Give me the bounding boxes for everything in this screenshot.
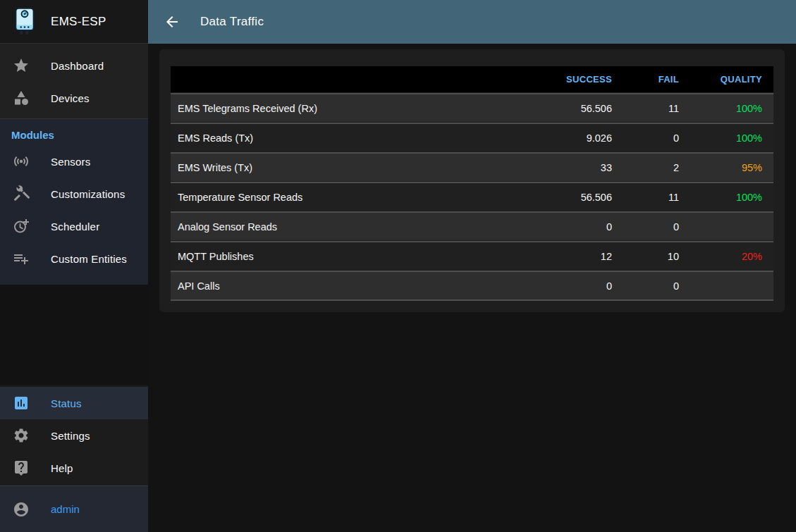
ems-esp-app: EMS-ESP Dashboard Devices Modules — [0, 0, 796, 532]
page-title: Data Traffic — [200, 15, 264, 29]
quality-value: 95% — [690, 162, 773, 173]
user-menu-admin[interactable]: admin — [0, 486, 148, 532]
fail-value: 10 — [623, 251, 690, 262]
success-value: 56.506 — [556, 192, 623, 203]
content-area: SUCCESS FAIL QUALITY EMS Telegrams Recei… — [148, 44, 796, 532]
app-logo-bar: EMS-ESP — [0, 0, 148, 44]
table-header-row: SUCCESS FAIL QUALITY — [171, 66, 773, 92]
table-row-temperature-sensor-reads: Temperature Sensor Reads 56.506 11 100% — [171, 183, 773, 211]
sidebar-item-label: Settings — [51, 430, 90, 442]
column-header-success: SUCCESS — [556, 74, 623, 85]
modules-section-header: Modules — [11, 129, 137, 141]
sidebar-main-nav: Dashboard Devices — [0, 44, 148, 118]
fail-value: 11 — [623, 192, 690, 203]
fail-value: 0 — [623, 132, 690, 144]
sidebar-spacer — [0, 285, 148, 385]
row-label: Analog Sensor Reads — [171, 221, 556, 233]
table-row-ems-reads: EMS Reads (Tx) 9.026 0 100% — [171, 124, 773, 151]
playlist-add-icon — [13, 250, 30, 267]
fail-value: 11 — [623, 103, 690, 114]
sidebar-item-status[interactable]: Status — [0, 387, 148, 419]
sidebar-item-scheduler[interactable]: Scheduler — [0, 210, 148, 242]
sidebar-modules-nav: Modules Sensors Customizations — [0, 118, 148, 285]
gear-icon — [13, 427, 30, 444]
sidebar-item-label: Custom Entities — [51, 253, 127, 265]
sensors-icon — [13, 153, 30, 170]
row-label: EMS Reads (Tx) — [171, 132, 556, 144]
success-value: 12 — [556, 251, 623, 262]
sidebar-item-label: Customizations — [51, 188, 125, 200]
sidebar-item-dashboard[interactable]: Dashboard — [0, 49, 148, 82]
sidebar-item-label: Status — [51, 397, 82, 409]
sidebar-item-label: Devices — [51, 92, 90, 104]
quality-value: 100% — [690, 192, 773, 203]
table-row-ems-writes: EMS Writes (Tx) 33 2 95% — [171, 154, 773, 181]
sidebar-user-section: admin — [0, 485, 148, 532]
success-value: 0 — [556, 280, 623, 292]
quality-value: 100% — [690, 132, 773, 144]
sidebar: EMS-ESP Dashboard Devices Modules — [0, 0, 148, 532]
sidebar-item-label: Scheduler — [51, 221, 99, 233]
fail-value: 0 — [623, 280, 690, 292]
user-label: admin — [51, 503, 80, 515]
fail-value: 0 — [623, 221, 690, 233]
sidebar-item-label: Sensors — [51, 156, 90, 168]
main-area: Data Traffic SUCCESS FAIL QUALITY EMS Te… — [148, 0, 796, 532]
row-label: EMS Telegrams Received (Rx) — [171, 103, 556, 114]
success-value: 33 — [556, 162, 623, 173]
table-row-ems-telegrams-received: EMS Telegrams Received (Rx) 56.506 11 10… — [171, 94, 773, 122]
fail-value: 2 — [623, 162, 690, 173]
app-title: EMS-ESP — [51, 15, 106, 29]
sidebar-item-settings[interactable]: Settings — [0, 419, 148, 452]
sidebar-item-label: Help — [51, 462, 73, 474]
column-header-fail: FAIL — [623, 74, 690, 85]
sidebar-item-custom-entities[interactable]: Custom Entities — [0, 242, 148, 275]
success-value: 0 — [556, 221, 623, 233]
row-label: MQTT Publishes — [171, 251, 556, 262]
row-label: API Calls — [171, 280, 556, 292]
help-bubble-icon — [13, 459, 30, 476]
arrow-back-icon — [164, 13, 180, 30]
quality-value: 20% — [690, 251, 773, 262]
category-shapes-icon — [13, 89, 30, 106]
success-value: 9.026 — [556, 132, 623, 144]
sidebar-item-help[interactable]: Help — [0, 452, 148, 484]
table-row-analog-sensor-reads: Analog Sensor Reads 0 0 — [171, 213, 773, 240]
sidebar-item-devices[interactable]: Devices — [0, 82, 148, 114]
sidebar-item-customizations[interactable]: Customizations — [0, 178, 148, 210]
back-button[interactable] — [162, 12, 182, 32]
data-traffic-table: SUCCESS FAIL QUALITY EMS Telegrams Recei… — [171, 66, 773, 299]
row-label: Temperature Sensor Reads — [171, 192, 556, 203]
quality-value: 100% — [690, 103, 773, 114]
bar-chart-icon — [13, 395, 30, 412]
success-value: 56.506 — [556, 103, 623, 114]
appbar: Data Traffic — [148, 0, 796, 44]
boiler-icon — [11, 7, 38, 37]
data-traffic-card: SUCCESS FAIL QUALITY EMS Telegrams Recei… — [159, 49, 785, 312]
table-row-api-calls: API Calls 0 0 — [171, 272, 773, 299]
star-icon — [13, 57, 30, 74]
column-header-quality: QUALITY — [690, 74, 773, 85]
clock-plus-icon — [13, 218, 30, 235]
sidebar-item-sensors[interactable]: Sensors — [0, 145, 148, 178]
account-circle-icon — [13, 501, 30, 518]
row-label: EMS Writes (Tx) — [171, 162, 556, 173]
table-row-mqtt-publishes: MQTT Publishes 12 10 20% — [171, 242, 773, 270]
sidebar-item-label: Dashboard — [51, 60, 104, 72]
sidebar-bottom-nav: Status Settings Help — [0, 385, 148, 485]
tools-icon — [13, 185, 30, 202]
